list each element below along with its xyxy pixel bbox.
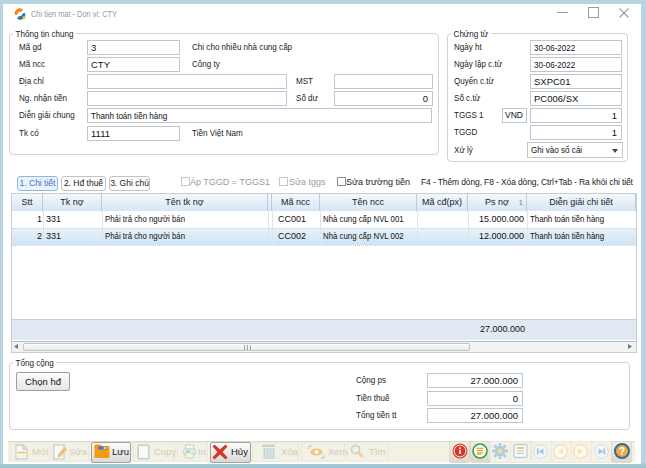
svg-text:?: ? xyxy=(619,446,625,457)
